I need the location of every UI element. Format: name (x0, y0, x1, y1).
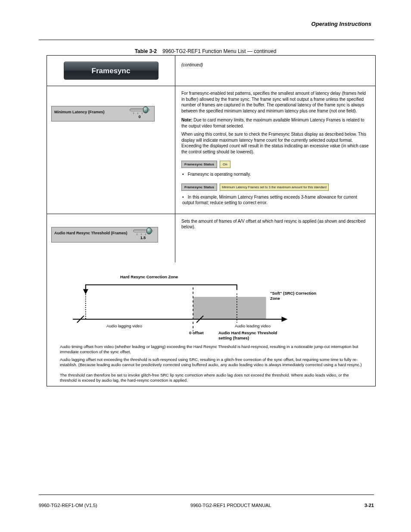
status-value-1: On (220, 161, 230, 168)
resync-control[interactable]: Audio Hard Resync Threshold (Frames) ııı… (51, 227, 158, 243)
resync-left: Audio Hard Resync Threshold (Frames) ııı… (47, 214, 175, 262)
min-latency-value: 0 (128, 115, 152, 119)
status2-bullet-text: In this example, Minimum Latency Frames … (182, 195, 357, 205)
resync-value: 1.5 (131, 236, 155, 240)
min-latency-control[interactable]: Minimum Latency (Frames) ııı 0 (51, 106, 155, 121)
min-latency-desc: For framesync-enabled test patterns, spe… (181, 90, 369, 114)
note-text: Due to card memory limits, the maximum a… (181, 118, 364, 128)
header-right-cell: (continued) (175, 56, 375, 86)
footer-rev: 9960-TG2-REF1 PRODUCT MANUAL (190, 503, 271, 508)
min-latency-note-ex: When using this control, be sure to chec… (181, 131, 369, 155)
row-resync: Audio Hard Resync Threshold (Frames) ııı… (47, 214, 375, 386)
hard-zone-label: Hard Resync Correction Zone (120, 274, 178, 280)
table-caption-text: 9960-TG2-REF1 Function Menu List — conti… (162, 48, 276, 54)
svg-rect-0 (193, 297, 266, 319)
table-caption: Table 3-2 9960-TG2-REF1 Function Menu Li… (0, 48, 411, 54)
row-min-latency: Minimum Latency (Frames) ııı 0 For frame… (47, 86, 375, 214)
footer-doc: 9960-TG2-REF1-OM (V1.5) (39, 503, 97, 508)
status-value-2: Minimum Latency Frames set to 3 the maxi… (220, 184, 329, 191)
slider-ticks: ııı (128, 112, 152, 115)
continued-label: (continued) (181, 62, 369, 67)
bullet-icon: • (182, 171, 187, 177)
resync-desc: Sets the amount of frames of A/V offset … (181, 218, 369, 230)
svg-marker-4 (83, 289, 88, 294)
resync-label: Audio Hard Resync Threshold (Frames) (54, 230, 128, 235)
function-table: Framesync (continued) Minimum Latency (F… (47, 55, 376, 386)
slider-thumb-icon[interactable] (143, 106, 148, 113)
header-title: Operating Instructions (311, 21, 374, 27)
note-label: Note: (181, 118, 193, 122)
status-bullet-2: • In this example, Minimum Latency Frame… (182, 194, 369, 206)
slider-thumb-icon[interactable] (146, 227, 152, 234)
resync-slider[interactable] (133, 230, 153, 232)
page: Operating Instructions Table 3-2 9960-TG… (0, 0, 411, 532)
bullet-icon: • (182, 194, 187, 200)
diagram-para2: Audio lagging offset not exceeding the t… (60, 357, 362, 368)
status-label-1: Framesync Status (181, 161, 217, 168)
min-latency-slider[interactable] (130, 109, 149, 111)
footer-rule (39, 495, 374, 495)
zero-offset-label: 0 offset (189, 330, 204, 336)
header-left-cell: Framesync (47, 56, 175, 86)
axis-left-label: Audio lagging video (106, 324, 142, 329)
min-latency-left: Minimum Latency (Frames) ııı 0 (47, 86, 175, 214)
header-rule (39, 40, 374, 40)
page-header: Operating Instructions (39, 21, 374, 36)
min-latency-right: For framesync-enabled test patterns, spe… (175, 86, 375, 214)
status1-bullet-text: Framesync is operating normally. (188, 172, 251, 177)
status-group-2: Framesync Status Minimum Latency Frames … (181, 184, 369, 206)
status-row-2: Framesync Status Minimum Latency Frames … (181, 184, 369, 191)
slider-ticks: ııı (131, 233, 155, 236)
min-latency-label: Minimum Latency (Frames) (54, 109, 125, 114)
axis-right-label: Audio leading video (235, 324, 271, 329)
status-bullet-1: • Framesync is operating normally. (182, 171, 369, 177)
soft-zone-label: "Soft" (SRC) Correction Zone (270, 291, 318, 302)
footer-page: 3-21 (364, 503, 374, 508)
table-header-row: Framesync (continued) (47, 56, 375, 86)
threshold-marker-label: Audio Hard Resync Threshold setting (fra… (218, 330, 283, 341)
diagram-para3: The threshold can therefore be set to in… (60, 373, 362, 383)
framesync-badge: Framesync (64, 62, 159, 80)
diagram-para1: Audio timing offset from video (whether … (60, 344, 362, 355)
resync-right: Sets the amount of frames of A/V offset … (175, 214, 375, 262)
table-label: Table 3-2 (135, 48, 157, 54)
page-footer: 9960-TG2-REF1-OM (V1.5) 9960-TG2-REF1 PR… (39, 503, 374, 508)
resync-slider-wrap: ııı 1.5 (131, 230, 155, 240)
min-latency-note: Note: Due to card memory limits, the max… (181, 117, 369, 129)
status-row-1: Framesync Status On (181, 161, 369, 168)
min-latency-slider-wrap: ııı 0 (128, 109, 152, 119)
svg-marker-6 (282, 317, 288, 322)
status-group-1: Framesync Status On • Framesync is opera… (181, 161, 369, 177)
status-label-2: Framesync Status (181, 184, 217, 191)
resync-diagram: Hard Resync Correction Zone "Soft" (SRC)… (60, 274, 362, 378)
